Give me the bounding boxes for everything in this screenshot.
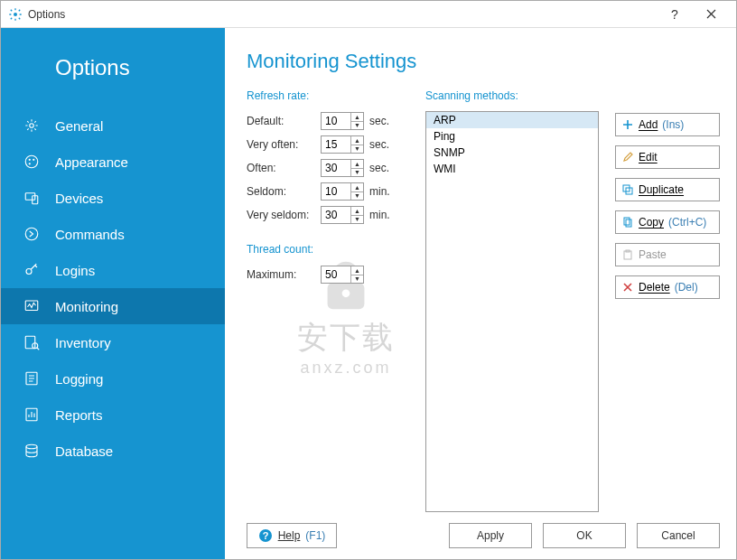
sidebar-item-label: Database [55, 443, 113, 459]
sidebar-item-devices[interactable]: Devices [1, 180, 225, 216]
svg-point-4 [33, 159, 34, 161]
thread-max-spinner[interactable]: ▲▼ [321, 266, 364, 284]
svg-point-0 [14, 13, 17, 16]
refresh-veryoften-spinner[interactable]: ▲▼ [321, 135, 364, 154]
svg-point-3 [29, 159, 31, 161]
title-bar: Options ? [1, 1, 736, 28]
unit-label: sec. [369, 162, 389, 174]
database-icon [23, 442, 41, 460]
field-label: Default: [247, 115, 321, 127]
svg-point-8 [25, 228, 38, 240]
list-item[interactable]: WMI [426, 161, 598, 177]
svg-point-2 [25, 155, 38, 168]
svg-point-5 [29, 163, 31, 164]
add-button[interactable]: Add (Ins) [615, 113, 720, 136]
sidebar-item-logins[interactable]: Logins [1, 252, 225, 288]
field-label: Often: [247, 162, 321, 174]
refresh-seldom-input[interactable] [322, 183, 350, 200]
spinner-up-icon[interactable]: ▲ [351, 136, 363, 145]
field-label: Very often: [247, 138, 321, 151]
unit-label: sec. [369, 115, 389, 127]
sidebar-item-general[interactable]: General [1, 107, 225, 144]
gear-icon [8, 7, 23, 22]
spinner-down-icon[interactable]: ▼ [351, 216, 363, 224]
sidebar-item-label: Appearance [55, 154, 128, 170]
duplicate-icon [621, 183, 634, 196]
list-item[interactable]: ARP [426, 112, 598, 128]
copy-icon [621, 216, 634, 229]
sidebar-heading: Options [1, 37, 225, 107]
spinner-down-icon[interactable]: ▼ [351, 122, 363, 130]
svg-rect-6 [25, 193, 35, 201]
actions-panel: Add (Ins) Edit Duplicate Copy (Ctrl+C) [615, 89, 720, 512]
list-item[interactable]: Ping [426, 128, 598, 145]
edit-button[interactable]: Edit [615, 145, 720, 169]
refresh-veryseldom-spinner[interactable]: ▲▼ [321, 206, 364, 224]
logging-icon [23, 369, 41, 387]
cancel-button[interactable]: Cancel [637, 523, 720, 548]
paste-icon [621, 248, 634, 261]
field-label: Seldom: [247, 185, 321, 198]
spinner-down-icon[interactable]: ▼ [351, 145, 363, 154]
help-icon: ? [258, 528, 273, 543]
thread-heading: Thread count: [247, 243, 409, 256]
copy-button[interactable]: Copy (Ctrl+C) [615, 210, 720, 234]
spinner-down-icon[interactable]: ▼ [351, 169, 363, 177]
spinner-up-icon[interactable]: ▲ [351, 113, 363, 122]
svg-point-9 [26, 269, 32, 275]
sidebar-item-commands[interactable]: Commands [1, 216, 225, 252]
refresh-default-input[interactable] [322, 113, 350, 129]
spinner-down-icon[interactable]: ▼ [351, 275, 363, 284]
spinner-up-icon[interactable]: ▲ [351, 183, 363, 192]
spinner-up-icon[interactable]: ▲ [351, 160, 363, 169]
sidebar-item-logging[interactable]: Logging [1, 360, 225, 397]
svg-rect-21 [626, 219, 631, 227]
spinner-down-icon[interactable]: ▼ [351, 192, 363, 201]
svg-rect-11 [25, 336, 35, 349]
ok-button[interactable]: OK [543, 523, 626, 548]
refresh-veryseldom-input[interactable] [322, 207, 350, 223]
unit-label: sec. [369, 138, 389, 151]
sidebar-item-reports[interactable]: Reports [1, 397, 225, 433]
gear-icon [23, 117, 41, 135]
apply-button[interactable]: Apply [449, 523, 532, 548]
sidebar-item-appearance[interactable]: Appearance [1, 144, 225, 180]
refresh-veryoften-input[interactable] [322, 136, 350, 153]
commands-icon [23, 225, 41, 243]
sidebar-item-label: Commands [55, 227, 125, 242]
sidebar-item-monitoring[interactable]: Monitoring [1, 288, 225, 324]
help-button[interactable]: ? Help (F1) [247, 523, 337, 548]
spinner-up-icon[interactable]: ▲ [351, 266, 363, 275]
refresh-seldom-spinner[interactable]: ▲▼ [321, 182, 364, 201]
close-button[interactable] [693, 1, 729, 28]
svg-text:?: ? [262, 530, 268, 541]
unit-label: min. [369, 185, 390, 198]
list-item[interactable]: SNMP [426, 145, 598, 161]
sidebar-item-label: Inventory [55, 335, 111, 350]
svg-rect-20 [624, 218, 630, 225]
svg-rect-10 [25, 301, 38, 311]
thread-max-input[interactable] [322, 266, 350, 283]
svg-point-15 [26, 444, 37, 449]
refresh-often-input[interactable] [322, 160, 350, 176]
svg-point-1 [30, 124, 34, 128]
sidebar-item-database[interactable]: Database [1, 433, 225, 469]
duplicate-button[interactable]: Duplicate [615, 178, 720, 201]
scanning-panel: Scanning methods: ARP Ping SNMP WMI [425, 89, 599, 512]
sidebar-item-label: General [55, 118, 103, 134]
scanning-listbox[interactable]: ARP Ping SNMP WMI [425, 111, 599, 512]
help-titlebar-button[interactable]: ? [657, 1, 693, 28]
refresh-often-spinner[interactable]: ▲▼ [321, 159, 364, 177]
sidebar-item-inventory[interactable]: Inventory [1, 324, 225, 360]
delete-button[interactable]: Delete (Del) [615, 275, 720, 299]
delete-icon [621, 281, 634, 294]
sidebar-item-label: Devices [55, 191, 103, 206]
spinner-up-icon[interactable]: ▲ [351, 207, 363, 216]
monitoring-icon [23, 297, 41, 315]
palette-icon [23, 153, 41, 171]
refresh-default-row: Default: ▲▼ sec. [247, 109, 409, 133]
refresh-default-spinner[interactable]: ▲▼ [321, 112, 364, 130]
key-icon [23, 261, 41, 279]
thread-max-row: Maximum: ▲▼ [247, 263, 409, 286]
plus-icon [621, 118, 634, 131]
